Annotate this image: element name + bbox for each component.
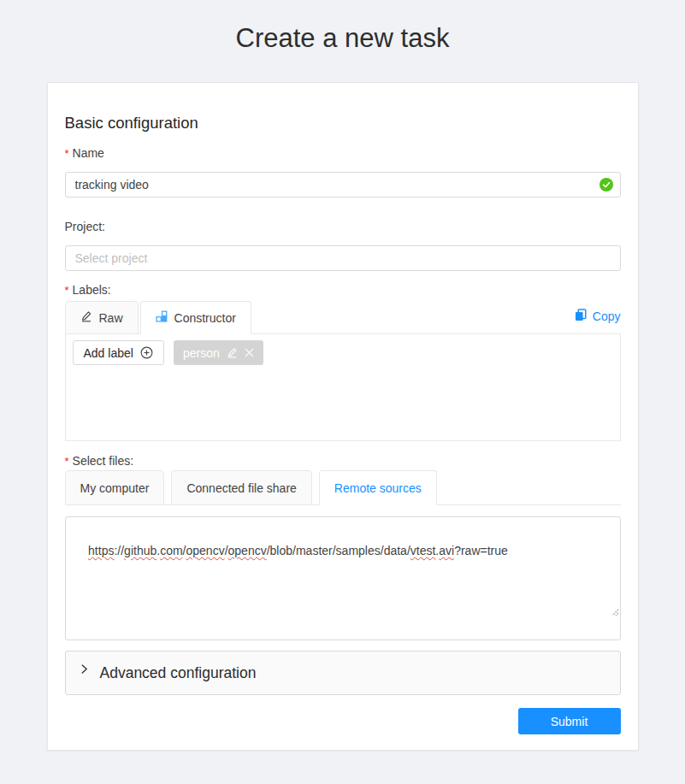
- project-field-label: Project:: [65, 220, 621, 233]
- add-label-button[interactable]: Add label: [73, 340, 164, 365]
- tab-connected-file-share[interactable]: Connected file share: [171, 470, 311, 505]
- labels-field-label: *Labels:: [65, 283, 621, 298]
- tab-my-computer[interactable]: My computer: [65, 470, 165, 505]
- url-segment: https: [88, 544, 114, 557]
- chevron-right-icon: [80, 664, 89, 674]
- submit-button[interactable]: Submit: [518, 708, 621, 734]
- tab-constructor-label: Constructor: [174, 311, 236, 325]
- project-select-input[interactable]: [65, 245, 621, 271]
- project-label-text: Project:: [65, 220, 105, 233]
- remote-urls-textarea[interactable]: https://github.com/opencv/opencv/blob/ma…: [65, 516, 621, 640]
- required-asterisk: *: [65, 147, 69, 160]
- remove-label-icon[interactable]: [245, 348, 254, 357]
- page-title: Create a new task: [0, 0, 685, 55]
- copy-labels-button[interactable]: Copy: [575, 309, 621, 333]
- copy-icon: [575, 309, 587, 324]
- name-input-wrap: [65, 172, 621, 197]
- copy-label-text: Copy: [593, 309, 621, 323]
- required-asterisk: *: [65, 284, 69, 297]
- url-segment: com: [160, 544, 182, 557]
- check-circle-icon: [599, 178, 613, 192]
- labels-label-text: Labels:: [73, 283, 111, 297]
- plus-circle-icon: [140, 346, 153, 359]
- url-segment: vtest: [410, 544, 436, 557]
- tab-raw-label: Raw: [99, 311, 123, 325]
- label-tag-name: person: [183, 346, 220, 360]
- create-task-card: Basic configuration *Name Project: *Labe…: [47, 82, 639, 751]
- url-segment: opencv: [186, 544, 224, 557]
- tab-raw[interactable]: Raw: [65, 301, 139, 334]
- url-segment: github: [124, 544, 156, 557]
- tab-connected-file-share-label: Connected file share: [186, 481, 296, 495]
- add-label-text: Add label: [84, 346, 133, 360]
- labels-tabbar: Raw Constructor Copy: [65, 301, 621, 334]
- textarea-resize-grip[interactable]: [588, 587, 618, 639]
- advanced-configuration-title: Advanced configuration: [100, 664, 257, 682]
- select-files-text: Select files:: [73, 454, 134, 468]
- name-field-label: *Name: [65, 146, 621, 161]
- tab-constructor[interactable]: Constructor: [140, 301, 251, 334]
- edit-label-icon[interactable]: [227, 347, 238, 358]
- edit-icon: [80, 310, 92, 325]
- basic-configuration-heading: Basic configuration: [65, 114, 621, 132]
- required-asterisk: *: [65, 455, 69, 468]
- files-tabbar: My computer Connected file share Remote …: [65, 470, 621, 505]
- url-segment: ://: [114, 544, 124, 557]
- remote-urls-text: https://github.com/opencv/opencv/blob/ma…: [88, 544, 508, 557]
- tab-remote-sources[interactable]: Remote sources: [319, 470, 437, 505]
- submit-row: Submit: [65, 708, 621, 734]
- advanced-configuration-header[interactable]: Advanced configuration: [65, 651, 621, 695]
- task-name-input[interactable]: [65, 172, 621, 197]
- name-label-text: Name: [73, 146, 104, 160]
- url-segment: ?raw=true: [454, 544, 508, 557]
- url-segment: opencv: [228, 544, 267, 557]
- url-segment: /blob/master/samples/data/: [267, 544, 410, 557]
- label-tag-person[interactable]: person: [174, 340, 263, 365]
- select-files-label: *Select files:: [65, 454, 621, 469]
- tab-remote-sources-label: Remote sources: [334, 481, 422, 495]
- build-icon: [156, 310, 168, 325]
- tab-my-computer-label: My computer: [80, 481, 150, 495]
- labels-constructor-area: Add label person: [65, 334, 621, 441]
- url-segment: avi: [439, 544, 454, 557]
